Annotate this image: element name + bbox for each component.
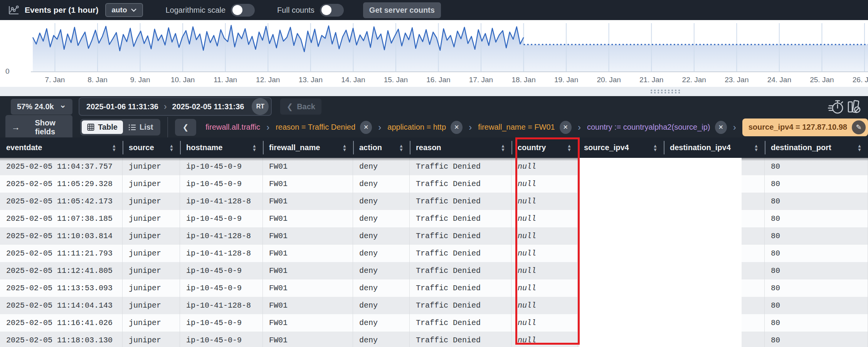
sort-icon[interactable]: ▲▼ xyxy=(169,144,174,152)
panel-resize-strip[interactable] xyxy=(0,87,868,96)
realtime-badge[interactable]: RT xyxy=(252,98,269,115)
cell-destination_port: 80 xyxy=(765,210,868,227)
edit-filter-icon[interactable]: ✎ xyxy=(852,120,866,134)
cell-firewall_name: FW01 xyxy=(263,210,353,227)
sort-icon[interactable]: ▲▼ xyxy=(342,144,347,152)
sort-icon[interactable]: ▲▼ xyxy=(112,144,116,152)
remove-filter-button[interactable]: ✕ xyxy=(560,121,572,134)
interval-select[interactable]: auto xyxy=(105,3,143,17)
active-filter-pill[interactable]: source_ipv4 = 127.87.10.98✎ xyxy=(742,118,868,136)
breadcrumb-filter[interactable]: country := countryalpha2(source_ip) xyxy=(587,123,710,132)
get-server-counts-button[interactable]: Get server counts xyxy=(363,2,441,18)
log-scale-toggle[interactable] xyxy=(231,4,255,17)
cell-eventdate: 2025-02-05 11:12:41.805 xyxy=(0,262,123,279)
result-stats-button[interactable]: 57% 24.0k ⌄ xyxy=(11,99,72,115)
query-timing-stopwatch-icon[interactable] xyxy=(827,98,845,115)
tab-table[interactable]: Table xyxy=(82,120,123,134)
arrow-right-icon: → xyxy=(12,122,20,132)
hidden-columns-icon[interactable] xyxy=(845,98,863,115)
cell-firewall_name: FW01 xyxy=(263,193,353,210)
cell-source: juniper xyxy=(123,245,180,262)
cell-hostname: ip-10-45-0-9 xyxy=(180,210,263,227)
event-histogram-chart[interactable] xyxy=(0,22,868,76)
chevron-right-icon: › xyxy=(578,122,581,133)
tab-list[interactable]: List xyxy=(123,120,159,134)
cell-reason: Traffic Denied xyxy=(410,210,511,227)
cell-reason: Traffic Denied xyxy=(410,158,511,175)
column-header-eventdate[interactable]: eventdate▲▼ xyxy=(0,137,123,158)
x-tick-label: 20. Jan xyxy=(597,76,621,84)
cell-country: null xyxy=(511,193,578,210)
column-header-destination_ipv4[interactable]: destination_ipv4▲▼ xyxy=(664,137,765,158)
x-tick-label: 23. Jan xyxy=(725,76,749,84)
collapse-breadcrumb-button[interactable]: ❮ xyxy=(175,119,197,136)
x-tick-label: 12. Jan xyxy=(256,76,280,84)
cell-hostname: ip-10-45-0-9 xyxy=(180,262,263,279)
column-label: source xyxy=(129,143,154,152)
column-header-destination_port[interactable]: destination_port▲▼ xyxy=(765,137,868,158)
column-header-source[interactable]: source▲▼ xyxy=(123,137,180,158)
column-header-action[interactable]: action▲▼ xyxy=(353,137,410,158)
cell-country: null xyxy=(511,227,578,245)
cell-hostname: ip-10-45-0-9 xyxy=(180,158,263,175)
time-range-end: 2025-02-05 11:31:36 xyxy=(172,102,244,111)
back-button[interactable]: ❮ Back xyxy=(280,98,321,115)
breadcrumb-filter[interactable]: application = http xyxy=(387,123,446,132)
cell-action: deny xyxy=(353,332,410,347)
breadcrumb-filter[interactable]: reason = Traffic Denied xyxy=(276,123,355,132)
remove-filter-button[interactable]: ✕ xyxy=(360,121,372,134)
cell-hostname: ip-10-45-0-9 xyxy=(180,175,263,193)
sort-icon[interactable]: ▲▼ xyxy=(567,144,572,152)
x-tick-label: 24. Jan xyxy=(767,76,791,84)
column-header-firewall_name[interactable]: firewall_name▲▼ xyxy=(263,137,353,158)
column-header-country[interactable]: country▲▼ xyxy=(511,137,578,158)
active-filter-label: source_ipv4 = 127.87.10.98 xyxy=(749,123,847,132)
remove-filter-button[interactable]: ✕ xyxy=(451,121,463,134)
cell-destination_port: 80 xyxy=(765,227,868,245)
column-label: firewall_name xyxy=(269,143,320,152)
column-label: hostname xyxy=(186,143,222,152)
cell-firewall_name: FW01 xyxy=(263,262,353,279)
result-stats-value: 57% 24.0k xyxy=(17,102,54,111)
column-header-reason[interactable]: reason▲▼ xyxy=(410,137,511,158)
cell-country: null xyxy=(511,262,578,279)
cell-destination_port: 80 xyxy=(765,279,868,297)
cell-country: null xyxy=(511,210,578,227)
sort-icon[interactable]: ▲▼ xyxy=(399,144,404,152)
line-chart-icon xyxy=(8,5,19,15)
event-histogram-panel[interactable]: 0 7. Jan8. Jan9. Jan10. Jan11. Jan12. Ja… xyxy=(0,20,868,87)
cell-source: juniper xyxy=(123,279,180,297)
time-range-start: 2025-01-06 11:31:36 xyxy=(86,102,158,111)
cell-destination_port: 80 xyxy=(765,245,868,262)
show-fields-button[interactable]: → Show fields xyxy=(5,115,72,140)
cell-source: juniper xyxy=(123,332,180,347)
x-axis-labels: 7. Jan8. Jan9. Jan10. Jan11. Jan12. Jan1… xyxy=(0,76,868,86)
sort-icon[interactable]: ▲▼ xyxy=(754,144,759,152)
cell-eventdate: 2025-02-05 11:16:41.026 xyxy=(0,314,123,332)
cell-source: juniper xyxy=(123,193,180,210)
column-label: reason xyxy=(416,143,441,152)
remove-filter-button[interactable]: ✕ xyxy=(715,121,727,134)
sort-icon[interactable]: ▲▼ xyxy=(252,144,257,152)
sort-icon[interactable]: ▲▼ xyxy=(653,144,658,152)
breadcrumb-root-query[interactable]: firewall.all.traffic xyxy=(205,123,260,132)
cell-action: deny xyxy=(353,262,410,279)
sort-icon[interactable]: ▲▼ xyxy=(857,144,862,152)
sort-icon[interactable]: ▲▼ xyxy=(501,144,505,152)
cell-action: deny xyxy=(353,175,410,193)
column-label: eventdate xyxy=(6,143,42,152)
time-range-picker[interactable]: 2025-01-06 11:31:36 › 2025-02-05 11:31:3… xyxy=(79,97,272,116)
cell-eventdate: 2025-02-05 11:05:29.328 xyxy=(0,175,123,193)
resize-grip-icon[interactable] xyxy=(651,90,681,94)
chevron-left-icon: ❮ xyxy=(286,102,293,111)
cell-reason: Traffic Denied xyxy=(410,314,511,332)
x-tick-label: 18. Jan xyxy=(511,76,535,84)
breadcrumb-filter[interactable]: firewall_name = FW01 xyxy=(478,123,555,132)
x-tick-label: 15. Jan xyxy=(384,76,408,84)
column-header-source_ipv4[interactable]: source_ipv4▲▼ xyxy=(578,137,664,158)
cell-country: null xyxy=(511,279,578,297)
cell-eventdate: 2025-02-05 11:14:04.143 xyxy=(0,297,123,314)
full-counts-toggle[interactable] xyxy=(320,4,344,17)
column-header-hostname[interactable]: hostname▲▼ xyxy=(180,137,263,158)
cell-destination_port: 80 xyxy=(765,332,868,347)
